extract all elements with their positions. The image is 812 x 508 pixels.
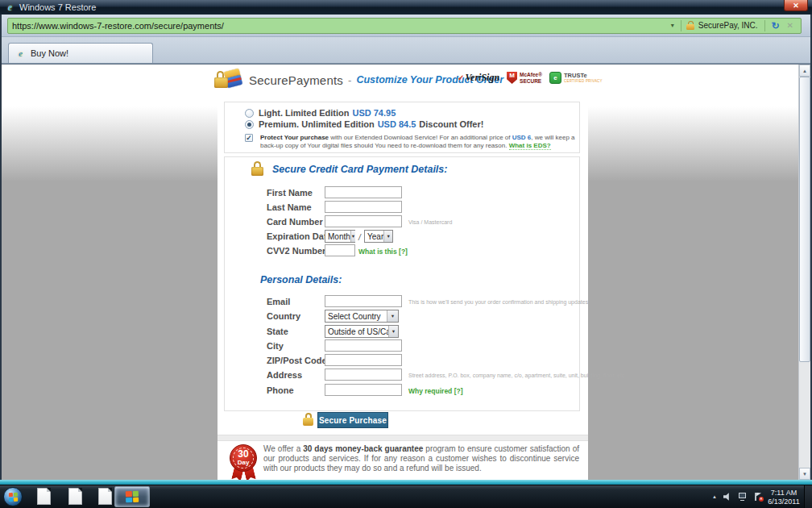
action-center-icon[interactable] (754, 493, 764, 502)
url-dropdown-icon[interactable] (667, 22, 678, 29)
state-row: State Outside of US/Cana (225, 325, 579, 339)
cvv2-input[interactable] (325, 244, 355, 256)
secure-purchase-button[interactable]: Secure Purchase (317, 412, 388, 428)
url-text[interactable]: https://www.windows-7-restore.com/secure… (12, 21, 667, 31)
taskbar: 7:11 AM 6/13/2011 (0, 485, 812, 508)
last-name-input[interactable] (325, 201, 402, 213)
taskbar-document-icon[interactable] (98, 488, 112, 505)
truste-seal-icon (549, 72, 561, 84)
select-arrow-icon (388, 326, 398, 337)
address-divider (764, 20, 765, 31)
eds-checkbox[interactable] (245, 134, 253, 142)
select-arrow-icon (350, 231, 355, 242)
email-note: This is how we'll send you your order co… (408, 299, 590, 305)
taskbar-document-icon[interactable] (68, 488, 82, 505)
what-is-this-link[interactable]: What is this [?] (358, 248, 408, 256)
zip-row: ZIP/Post Code (225, 354, 579, 368)
ie-icon (5, 2, 15, 14)
zip-input[interactable] (325, 354, 402, 366)
hidden-icons-icon[interactable] (712, 494, 717, 499)
30-day-seal-icon: 30 Day (228, 444, 260, 480)
taskbar-document-icon[interactable] (37, 488, 51, 505)
option-premium[interactable]: Premium. Unlimited Edition USD 84.5 Disc… (245, 119, 483, 129)
radio-light[interactable] (245, 109, 254, 118)
tab-favicon-icon (15, 48, 26, 58)
first-name-input[interactable] (325, 186, 402, 198)
what-is-eds-link[interactable]: What is EDS? (509, 142, 551, 150)
browser-toolbar: https://www.windows-7-restore.com/secure… (2, 15, 810, 37)
guarantee-section: 30 Day We offer a 30 days money-back gua… (218, 443, 588, 480)
last-name-row: Last Name (225, 201, 579, 214)
country-row: Country Select Country (225, 310, 579, 323)
payment-section-heading: Secure Credit Card Payment Details: (251, 161, 447, 177)
taskbar-clock[interactable]: 7:11 AM 6/13/2011 (765, 489, 802, 506)
city-input[interactable] (325, 339, 402, 352)
ssl-certificate-badge[interactable]: SecurePay, INC. (698, 21, 758, 30)
address-bar[interactable]: https://www.windows-7-restore.com/secure… (7, 18, 802, 34)
first-name-row: First Name (225, 186, 579, 200)
window-title: Windows 7 Restore (19, 2, 96, 12)
scroll-down-icon[interactable] (799, 468, 810, 480)
refresh-icon[interactable] (772, 20, 780, 31)
email-input[interactable] (325, 295, 402, 307)
guarantee-text: We offer a 30 days money-back guarantee … (263, 444, 579, 473)
brand-dash: - (348, 74, 351, 86)
clock-date: 6/13/2011 (765, 498, 802, 506)
tab-buy-now[interactable]: Buy Now! (8, 43, 153, 63)
clock-time: 7:11 AM (765, 489, 802, 498)
select-arrow-icon (387, 310, 398, 322)
details-box: Secure Credit Card Payment Details: Firs… (224, 156, 580, 411)
secure-payments-logo-icon (214, 69, 242, 90)
radio-premium[interactable] (245, 120, 254, 129)
why-required-link[interactable]: Why required [?] (408, 387, 463, 395)
card-type-note: Visa / Mastercard (408, 219, 452, 225)
start-button[interactable] (3, 487, 23, 506)
select-arrow-icon (383, 231, 392, 242)
address-divider (681, 20, 682, 31)
state-select[interactable]: Outside of US/Cana (325, 325, 399, 338)
option-light[interactable]: Light. Limited Edition USD 74.95 (245, 108, 396, 118)
windows-flag-icon (126, 491, 139, 503)
show-desktop-button[interactable] (804, 485, 812, 508)
trust-badges: VeriSign McAfee® SECURE TRUSTe CERT (458, 72, 603, 84)
ssl-lock-icon (686, 21, 694, 30)
mcafee-badge: McAfee® SECURE (507, 72, 542, 84)
close-button[interactable] (784, 0, 808, 11)
eds-text: Protect Your purchase with our Extended … (260, 134, 576, 150)
browser-viewport: SecurePayments - Customize Your Product … (2, 64, 810, 480)
country-select[interactable]: Select Country (325, 310, 399, 323)
card-number-row: Card Number Visa / Mastercard (225, 215, 579, 229)
brand-name: SecurePayments (249, 73, 343, 87)
purchase-row: Secure Purchase (218, 412, 588, 430)
stop-icon[interactable] (787, 21, 793, 30)
window-frame: https://www.windows-7-restore.com/secure… (0, 15, 812, 480)
system-tray (712, 485, 764, 508)
truste-badge: TRUSTe CERTIFIED PRIVACY (549, 72, 603, 84)
verisign-badge: VeriSign (458, 72, 499, 84)
address-row: Address Street address, P.O. box, compan… (225, 369, 579, 382)
tab-strip: Buy Now! (2, 37, 810, 64)
verisign-check-icon (458, 73, 464, 82)
volume-icon[interactable] (723, 493, 732, 501)
window-titlebar: Windows 7 Restore (0, 0, 812, 15)
address-input[interactable] (325, 369, 402, 381)
expiration-year-select[interactable]: Year (364, 230, 393, 243)
scroll-up-icon[interactable] (799, 65, 810, 77)
phone-row: Phone Why required [?] (225, 384, 579, 398)
payment-lock-icon (251, 161, 263, 177)
vertical-scrollbar[interactable] (798, 65, 810, 480)
expiration-month-select[interactable]: Month (325, 230, 355, 243)
address-note: Street address, P.O. box, company name, … (408, 373, 626, 378)
taskbar-active-app[interactable] (114, 486, 150, 507)
cvv2-row: CVV2 Number What is this [?] (225, 244, 579, 258)
screen: Windows 7 Restore https://www.windows-7-… (0, 0, 812, 508)
tab-label: Buy Now! (31, 48, 68, 58)
order-column: Light. Limited Edition USD 74.95 Premium… (218, 94, 588, 480)
network-icon[interactable] (739, 493, 748, 501)
card-number-input[interactable] (325, 215, 402, 227)
scrollbar-thumb[interactable] (799, 77, 810, 362)
product-options-box: Light. Limited Edition USD 74.95 Premium… (224, 102, 580, 153)
purchase-lock-icon (303, 413, 313, 427)
city-row: City (225, 339, 579, 353)
phone-input[interactable] (325, 384, 402, 396)
